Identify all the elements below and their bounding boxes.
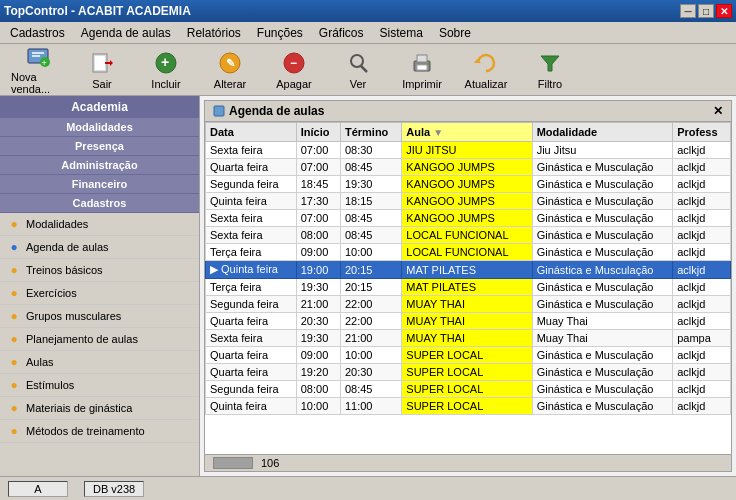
cell-data: Quarta feira [206, 347, 297, 364]
col-data[interactable]: Data [206, 123, 297, 142]
sidebar-section-modalidades[interactable]: Modalidades [0, 118, 199, 137]
sidebar-section-administracao[interactable]: Administração [0, 156, 199, 175]
sair-button[interactable]: Sair [72, 47, 132, 93]
filtro-label: Filtro [538, 78, 562, 90]
app-title: TopControl - ACABIT ACADEMIA [4, 4, 191, 18]
sidebar-item-metodos-treinamento[interactable]: ● Métodos de treinamento [0, 420, 199, 443]
menu-graficos[interactable]: Gráficos [313, 24, 370, 42]
col-profess[interactable]: Profess [673, 123, 731, 142]
menu-agenda-aulas[interactable]: Agenda de aulas [75, 24, 177, 42]
cell-data: Sexta feira [206, 210, 297, 227]
cell-modalidade: Ginástica e Musculação [532, 398, 673, 415]
sidebar-item-grupos-label: Grupos musculares [26, 310, 121, 322]
incluir-button[interactable]: + Incluir [136, 47, 196, 93]
imprimir-button[interactable]: Imprimir [392, 47, 452, 93]
cell-termino: 08:45 [340, 210, 401, 227]
sidebar-item-planejamento-aulas[interactable]: ● Planejamento de aulas [0, 328, 199, 351]
cell-termino: 08:45 [340, 159, 401, 176]
sidebar-item-modalidades[interactable]: ● Modalidades [0, 213, 199, 236]
alterar-button[interactable]: ✎ Alterar [200, 47, 260, 93]
cell-termino: 20:30 [340, 364, 401, 381]
col-aula[interactable]: Aula ▼ [402, 123, 532, 142]
svg-text:−: − [290, 56, 297, 70]
table-row[interactable]: Quarta feira07:0008:45KANGOO JUMPSGinást… [206, 159, 731, 176]
table-row[interactable]: Segunda feira08:0008:45SUPER LOCALGinást… [206, 381, 731, 398]
cell-inicio: 19:20 [296, 364, 340, 381]
window-controls: ─ □ ✕ [680, 4, 732, 18]
table-footer: 106 [205, 454, 731, 471]
apagar-button[interactable]: − Apagar [264, 47, 324, 93]
cell-inicio: 19:30 [296, 279, 340, 296]
sidebar-item-treinos-basicos[interactable]: ● Treinos básicos [0, 259, 199, 282]
cell-data: Quarta feira [206, 313, 297, 330]
filtro-button[interactable]: Filtro [520, 47, 580, 93]
modalidades-icon: ● [6, 216, 22, 232]
sidebar-item-estimulos[interactable]: ● Estímulos [0, 374, 199, 397]
sidebar-item-grupos-musculares[interactable]: ● Grupos musculares [0, 305, 199, 328]
cell-aula: KANGOO JUMPS [402, 193, 532, 210]
sidebar-item-exercicios[interactable]: ● Exercícios [0, 282, 199, 305]
minimize-button[interactable]: ─ [680, 4, 696, 18]
sidebar-section-cadastros[interactable]: Cadastros [0, 194, 199, 213]
sidebar-section-presenca[interactable]: Presença [0, 137, 199, 156]
col-modalidade[interactable]: Modalidade [532, 123, 673, 142]
table-row[interactable]: Quarta feira19:2020:30SUPER LOCALGinásti… [206, 364, 731, 381]
panel-title-label: Agenda de aulas [229, 104, 324, 118]
ver-button[interactable]: Ver [328, 47, 388, 93]
table-row[interactable]: Sexta feira07:0008:30JIU JITSUJiu Jitsua… [206, 142, 731, 159]
atualizar-button[interactable]: Atualizar [456, 47, 516, 93]
table-row[interactable]: Quinta feira17:3018:15KANGOO JUMPSGinást… [206, 193, 731, 210]
table-row[interactable]: Quarta feira09:0010:00SUPER LOCALGinásti… [206, 347, 731, 364]
sidebar-section-financeiro[interactable]: Financeiro [0, 175, 199, 194]
col-termino[interactable]: Término [340, 123, 401, 142]
table-container[interactable]: Data Início Término Aula ▼ Modalidade Pr… [205, 122, 731, 454]
table-row[interactable]: Quinta feira10:0011:00SUPER LOCALGinásti… [206, 398, 731, 415]
panel-close-button[interactable]: ✕ [713, 104, 723, 118]
cell-profess: aclkjd [673, 142, 731, 159]
atualizar-label: Atualizar [465, 78, 508, 90]
cell-inicio: 08:00 [296, 381, 340, 398]
svg-rect-19 [417, 65, 427, 70]
cell-profess: aclkjd [673, 398, 731, 415]
table-row[interactable]: Terça feira19:3020:15MAT PILATESGinástic… [206, 279, 731, 296]
table-row[interactable]: ▶ Quinta feira19:0020:15MAT PILATESGinás… [206, 261, 731, 279]
menu-funcoes[interactable]: Funções [251, 24, 309, 42]
col-inicio[interactable]: Início [296, 123, 340, 142]
close-button[interactable]: ✕ [716, 4, 732, 18]
menu-sobre[interactable]: Sobre [433, 24, 477, 42]
cell-aula: KANGOO JUMPS [402, 210, 532, 227]
table-row[interactable]: Segunda feira21:0022:00MUAY THAIGinástic… [206, 296, 731, 313]
menu-sistema[interactable]: Sistema [374, 24, 429, 42]
cell-modalidade: Ginástica e Musculação [532, 193, 673, 210]
cell-modalidade: Ginástica e Musculação [532, 381, 673, 398]
nova-venda-button[interactable]: + Nova venda... [8, 47, 68, 93]
cell-aula: MAT PILATES [402, 261, 532, 279]
maximize-button[interactable]: □ [698, 4, 714, 18]
svg-rect-6 [95, 56, 105, 70]
table-row[interactable]: Sexta feira19:3021:00MUAY THAIMuay Thaip… [206, 330, 731, 347]
table-row[interactable]: Segunda feira18:4519:30KANGOO JUMPSGinás… [206, 176, 731, 193]
table-row[interactable]: Sexta feira07:0008:45KANGOO JUMPSGinásti… [206, 210, 731, 227]
cell-modalidade: Ginástica e Musculação [532, 244, 673, 261]
table-row[interactable]: Terça feira09:0010:00LOCAL FUNCIONALGiná… [206, 244, 731, 261]
cell-data: Quarta feira [206, 159, 297, 176]
record-count: 106 [261, 457, 279, 469]
cell-termino: 11:00 [340, 398, 401, 415]
table-row[interactable]: Sexta feira08:0008:45LOCAL FUNCIONALGiná… [206, 227, 731, 244]
svg-rect-23 [214, 106, 224, 116]
cell-profess: pampa [673, 330, 731, 347]
horizontal-scrollbar[interactable] [213, 457, 253, 469]
cell-modalidade: Ginástica e Musculação [532, 210, 673, 227]
menu-cadastros[interactable]: Cadastros [4, 24, 71, 42]
cell-aula: SUPER LOCAL [402, 364, 532, 381]
sidebar-item-aulas[interactable]: ● Aulas [0, 351, 199, 374]
cell-termino: 21:00 [340, 330, 401, 347]
imprimir-icon [408, 50, 436, 76]
cell-profess: aclkjd [673, 176, 731, 193]
cell-data: Quinta feira [206, 193, 297, 210]
menu-relatorios[interactable]: Relatórios [181, 24, 247, 42]
table-header-row: Data Início Término Aula ▼ Modalidade Pr… [206, 123, 731, 142]
sidebar-item-agenda-aulas[interactable]: ● Agenda de aulas [0, 236, 199, 259]
table-row[interactable]: Quarta feira20:3022:00MUAY THAIMuay Thai… [206, 313, 731, 330]
sidebar-item-materiais-ginastica[interactable]: ● Materiais de ginástica [0, 397, 199, 420]
